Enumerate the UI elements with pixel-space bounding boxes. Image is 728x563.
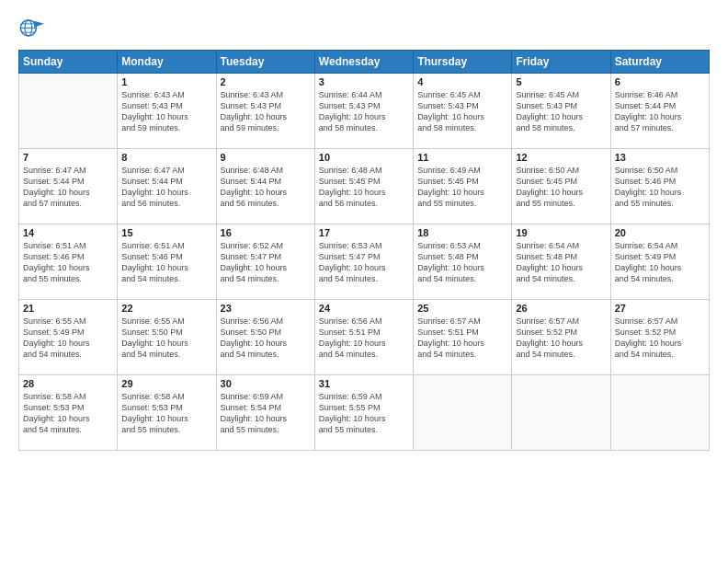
day-number: 18 — [417, 227, 507, 238]
day-number: 27 — [615, 303, 705, 314]
day-number: 28 — [23, 378, 113, 389]
day-number: 2 — [221, 76, 311, 87]
day-info: Sunrise: 6:53 AM Sunset: 5:48 PM Dayligh… — [417, 240, 507, 285]
weekday-header-monday: Monday — [118, 51, 216, 74]
day-number: 9 — [221, 152, 311, 163]
day-info: Sunrise: 6:58 AM Sunset: 5:53 PM Dayligh… — [23, 391, 113, 436]
calendar-cell: 17Sunrise: 6:53 AM Sunset: 5:47 PM Dayli… — [314, 224, 413, 300]
day-number: 19 — [516, 227, 606, 238]
day-number: 14 — [23, 227, 113, 238]
day-info: Sunrise: 6:48 AM Sunset: 5:45 PM Dayligh… — [319, 165, 409, 210]
calendar-cell — [512, 375, 610, 451]
day-info: Sunrise: 6:55 AM Sunset: 5:50 PM Dayligh… — [121, 316, 211, 361]
svg-marker-6 — [34, 21, 44, 28]
day-number: 7 — [23, 152, 113, 163]
day-number: 11 — [417, 152, 507, 163]
day-number: 22 — [121, 303, 211, 314]
calendar-cell: 2Sunrise: 6:43 AM Sunset: 5:43 PM Daylig… — [216, 74, 314, 149]
calendar-cell: 10Sunrise: 6:48 AM Sunset: 5:45 PM Dayli… — [314, 149, 413, 224]
weekday-header-friday: Friday — [512, 51, 610, 74]
day-info: Sunrise: 6:56 AM Sunset: 5:50 PM Dayligh… — [221, 316, 311, 361]
day-number: 8 — [121, 152, 211, 163]
calendar-cell: 9Sunrise: 6:48 AM Sunset: 5:44 PM Daylig… — [216, 149, 314, 224]
calendar-cell: 31Sunrise: 6:59 AM Sunset: 5:55 PM Dayli… — [314, 375, 413, 451]
weekday-header-wednesday: Wednesday — [314, 51, 413, 74]
day-info: Sunrise: 6:51 AM Sunset: 5:46 PM Dayligh… — [121, 240, 211, 285]
calendar-cell: 11Sunrise: 6:49 AM Sunset: 5:45 PM Dayli… — [414, 149, 512, 224]
calendar-cell: 26Sunrise: 6:57 AM Sunset: 5:52 PM Dayli… — [512, 300, 610, 375]
day-info: Sunrise: 6:48 AM Sunset: 5:44 PM Dayligh… — [221, 165, 311, 210]
weekday-row: SundayMondayTuesdayWednesdayThursdayFrid… — [19, 51, 710, 74]
day-info: Sunrise: 6:56 AM Sunset: 5:51 PM Dayligh… — [319, 316, 409, 361]
day-info: Sunrise: 6:49 AM Sunset: 5:45 PM Dayligh… — [417, 165, 507, 210]
week-row-5: 28Sunrise: 6:58 AM Sunset: 5:53 PM Dayli… — [19, 375, 710, 451]
day-info: Sunrise: 6:45 AM Sunset: 5:43 PM Dayligh… — [516, 89, 606, 134]
day-info: Sunrise: 6:58 AM Sunset: 5:53 PM Dayligh… — [121, 391, 211, 436]
week-row-4: 21Sunrise: 6:55 AM Sunset: 5:49 PM Dayli… — [19, 300, 710, 375]
page: SundayMondayTuesdayWednesdayThursdayFrid… — [0, 0, 728, 563]
day-number: 16 — [221, 227, 311, 238]
day-info: Sunrise: 6:46 AM Sunset: 5:44 PM Dayligh… — [615, 89, 705, 134]
day-number: 20 — [615, 227, 705, 238]
calendar-cell: 5Sunrise: 6:45 AM Sunset: 5:43 PM Daylig… — [512, 74, 610, 149]
day-info: Sunrise: 6:57 AM Sunset: 5:52 PM Dayligh… — [516, 316, 606, 361]
calendar-table: SundayMondayTuesdayWednesdayThursdayFrid… — [18, 50, 710, 451]
day-number: 13 — [615, 152, 705, 163]
week-row-3: 14Sunrise: 6:51 AM Sunset: 5:46 PM Dayli… — [19, 224, 710, 300]
day-info: Sunrise: 6:47 AM Sunset: 5:44 PM Dayligh… — [23, 165, 113, 210]
day-number: 23 — [221, 303, 311, 314]
day-info: Sunrise: 6:54 AM Sunset: 5:49 PM Dayligh… — [615, 240, 705, 285]
day-info: Sunrise: 6:45 AM Sunset: 5:43 PM Dayligh… — [417, 89, 507, 134]
calendar-cell: 27Sunrise: 6:57 AM Sunset: 5:52 PM Dayli… — [610, 300, 709, 375]
calendar-cell: 25Sunrise: 6:57 AM Sunset: 5:51 PM Dayli… — [414, 300, 512, 375]
calendar-cell: 3Sunrise: 6:44 AM Sunset: 5:43 PM Daylig… — [314, 74, 413, 149]
day-number: 31 — [319, 378, 409, 389]
day-number: 17 — [319, 227, 409, 238]
calendar-cell: 13Sunrise: 6:50 AM Sunset: 5:46 PM Dayli… — [610, 149, 709, 224]
weekday-header-tuesday: Tuesday — [216, 51, 314, 74]
logo — [18, 17, 48, 42]
calendar-cell: 30Sunrise: 6:59 AM Sunset: 5:54 PM Dayli… — [216, 375, 314, 451]
calendar-header: SundayMondayTuesdayWednesdayThursdayFrid… — [19, 51, 710, 74]
day-info: Sunrise: 6:52 AM Sunset: 5:47 PM Dayligh… — [221, 240, 311, 285]
day-info: Sunrise: 6:57 AM Sunset: 5:52 PM Dayligh… — [615, 316, 705, 361]
calendar-cell: 14Sunrise: 6:51 AM Sunset: 5:46 PM Dayli… — [19, 224, 118, 300]
calendar-cell: 8Sunrise: 6:47 AM Sunset: 5:44 PM Daylig… — [118, 149, 216, 224]
day-info: Sunrise: 6:55 AM Sunset: 5:49 PM Dayligh… — [23, 316, 113, 361]
week-row-1: 1Sunrise: 6:43 AM Sunset: 5:43 PM Daylig… — [19, 74, 710, 149]
day-info: Sunrise: 6:50 AM Sunset: 5:46 PM Dayligh… — [615, 165, 705, 210]
day-info: Sunrise: 6:47 AM Sunset: 5:44 PM Dayligh… — [121, 165, 211, 210]
day-info: Sunrise: 6:59 AM Sunset: 5:55 PM Dayligh… — [319, 391, 409, 436]
calendar-cell: 4Sunrise: 6:45 AM Sunset: 5:43 PM Daylig… — [414, 74, 512, 149]
calendar-cell — [610, 375, 709, 451]
day-number: 15 — [121, 227, 211, 238]
day-number: 3 — [319, 76, 409, 87]
day-number: 12 — [516, 152, 606, 163]
day-number: 10 — [319, 152, 409, 163]
day-number: 1 — [121, 76, 211, 87]
header — [18, 17, 710, 42]
weekday-header-sunday: Sunday — [19, 51, 118, 74]
day-number: 25 — [417, 303, 507, 314]
weekday-header-saturday: Saturday — [610, 51, 709, 74]
day-info: Sunrise: 6:51 AM Sunset: 5:46 PM Dayligh… — [23, 240, 113, 285]
day-info: Sunrise: 6:43 AM Sunset: 5:43 PM Dayligh… — [121, 89, 211, 134]
calendar-cell: 23Sunrise: 6:56 AM Sunset: 5:50 PM Dayli… — [216, 300, 314, 375]
day-info: Sunrise: 6:53 AM Sunset: 5:47 PM Dayligh… — [319, 240, 409, 285]
day-number: 29 — [121, 378, 211, 389]
calendar-cell: 18Sunrise: 6:53 AM Sunset: 5:48 PM Dayli… — [414, 224, 512, 300]
day-info: Sunrise: 6:54 AM Sunset: 5:48 PM Dayligh… — [516, 240, 606, 285]
day-number: 6 — [615, 76, 705, 87]
day-info: Sunrise: 6:43 AM Sunset: 5:43 PM Dayligh… — [221, 89, 311, 134]
logo-icon — [18, 17, 44, 42]
calendar-cell: 28Sunrise: 6:58 AM Sunset: 5:53 PM Dayli… — [19, 375, 118, 451]
calendar-cell: 16Sunrise: 6:52 AM Sunset: 5:47 PM Dayli… — [216, 224, 314, 300]
day-info: Sunrise: 6:57 AM Sunset: 5:51 PM Dayligh… — [417, 316, 507, 361]
day-info: Sunrise: 6:59 AM Sunset: 5:54 PM Dayligh… — [221, 391, 311, 436]
calendar-cell: 19Sunrise: 6:54 AM Sunset: 5:48 PM Dayli… — [512, 224, 610, 300]
day-info: Sunrise: 6:44 AM Sunset: 5:43 PM Dayligh… — [319, 89, 409, 134]
calendar-cell: 15Sunrise: 6:51 AM Sunset: 5:46 PM Dayli… — [118, 224, 216, 300]
calendar-cell: 24Sunrise: 6:56 AM Sunset: 5:51 PM Dayli… — [314, 300, 413, 375]
calendar-cell: 12Sunrise: 6:50 AM Sunset: 5:45 PM Dayli… — [512, 149, 610, 224]
week-row-2: 7Sunrise: 6:47 AM Sunset: 5:44 PM Daylig… — [19, 149, 710, 224]
